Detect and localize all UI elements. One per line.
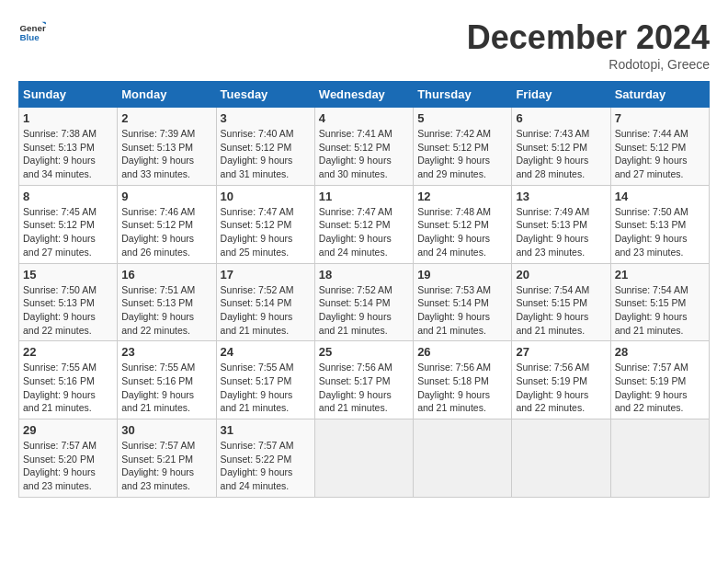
day-detail: Sunrise: 7:53 AMSunset: 5:14 PMDaylight:… bbox=[417, 284, 491, 336]
day-detail: Sunrise: 7:55 AMSunset: 5:16 PMDaylight:… bbox=[23, 362, 97, 413]
day-number: 20 bbox=[516, 268, 606, 282]
day-detail: Sunrise: 7:50 AMSunset: 5:13 PMDaylight:… bbox=[23, 284, 97, 336]
day-detail: Sunrise: 7:49 AMSunset: 5:13 PMDaylight:… bbox=[516, 206, 589, 258]
day-number: 8 bbox=[23, 190, 113, 203]
week-row-2: 8 Sunrise: 7:45 AMSunset: 5:12 PMDayligh… bbox=[19, 185, 710, 263]
day-number: 29 bbox=[23, 423, 113, 437]
calendar-cell: 13 Sunrise: 7:49 AMSunset: 5:13 PMDaylig… bbox=[512, 185, 610, 263]
day-detail: Sunrise: 7:44 AMSunset: 5:12 PMDaylight:… bbox=[615, 128, 688, 179]
calendar-cell: 22 Sunrise: 7:55 AMSunset: 5:16 PMDaylig… bbox=[19, 341, 118, 419]
calendar-cell: 7 Sunrise: 7:44 AMSunset: 5:12 PMDayligh… bbox=[610, 108, 709, 186]
day-number: 16 bbox=[121, 268, 211, 282]
day-detail: Sunrise: 7:55 AMSunset: 5:16 PMDaylight:… bbox=[121, 362, 195, 413]
day-detail: Sunrise: 7:50 AMSunset: 5:13 PMDaylight:… bbox=[615, 206, 688, 258]
day-detail: Sunrise: 7:39 AMSunset: 5:13 PMDaylight:… bbox=[121, 128, 195, 179]
day-detail: Sunrise: 7:52 AMSunset: 5:14 PMDaylight:… bbox=[221, 284, 294, 336]
calendar-cell: 23 Sunrise: 7:55 AMSunset: 5:16 PMDaylig… bbox=[118, 341, 216, 419]
page-title: December 2024 bbox=[467, 18, 710, 57]
calendar-cell: 19 Sunrise: 7:53 AMSunset: 5:14 PMDaylig… bbox=[414, 263, 512, 341]
calendar-cell: 8 Sunrise: 7:45 AMSunset: 5:12 PMDayligh… bbox=[19, 185, 118, 263]
day-detail: Sunrise: 7:57 AMSunset: 5:19 PMDaylight:… bbox=[615, 362, 688, 413]
column-header-friday: Friday bbox=[512, 82, 610, 108]
page-subtitle: Rodotopi, Greece bbox=[467, 57, 710, 72]
day-detail: Sunrise: 7:55 AMSunset: 5:17 PMDaylight:… bbox=[221, 362, 294, 413]
day-number: 23 bbox=[121, 345, 211, 359]
title-area: December 2024 Rodotopi, Greece bbox=[467, 18, 710, 72]
day-number: 14 bbox=[615, 190, 705, 203]
day-number: 6 bbox=[516, 111, 606, 125]
day-number: 4 bbox=[319, 111, 409, 125]
calendar-cell bbox=[414, 419, 512, 498]
day-detail: Sunrise: 7:56 AMSunset: 5:19 PMDaylight:… bbox=[516, 362, 589, 413]
day-number: 11 bbox=[319, 190, 409, 203]
day-number: 10 bbox=[221, 190, 311, 203]
calendar-cell bbox=[610, 419, 709, 498]
calendar-cell: 15 Sunrise: 7:50 AMSunset: 5:13 PMDaylig… bbox=[19, 263, 118, 341]
day-number: 1 bbox=[23, 111, 113, 125]
day-detail: Sunrise: 7:56 AMSunset: 5:17 PMDaylight:… bbox=[319, 362, 392, 413]
svg-text:General: General bbox=[20, 23, 47, 33]
calendar-cell: 4 Sunrise: 7:41 AMSunset: 5:12 PMDayligh… bbox=[314, 108, 413, 186]
day-detail: Sunrise: 7:43 AMSunset: 5:12 PMDaylight:… bbox=[516, 128, 589, 179]
calendar-cell: 2 Sunrise: 7:39 AMSunset: 5:13 PMDayligh… bbox=[118, 108, 216, 186]
header-row: SundayMondayTuesdayWednesdayThursdayFrid… bbox=[19, 82, 710, 108]
day-detail: Sunrise: 7:57 AMSunset: 5:20 PMDaylight:… bbox=[23, 440, 97, 491]
day-detail: Sunrise: 7:56 AMSunset: 5:18 PMDaylight:… bbox=[417, 362, 491, 413]
calendar-cell: 21 Sunrise: 7:54 AMSunset: 5:15 PMDaylig… bbox=[610, 263, 709, 341]
day-number: 2 bbox=[121, 111, 211, 125]
day-detail: Sunrise: 7:47 AMSunset: 5:12 PMDaylight:… bbox=[221, 206, 294, 258]
day-number: 18 bbox=[319, 268, 409, 282]
calendar-cell: 28 Sunrise: 7:57 AMSunset: 5:19 PMDaylig… bbox=[610, 341, 709, 419]
day-number: 19 bbox=[417, 268, 507, 282]
day-number: 25 bbox=[319, 345, 409, 359]
column-header-thursday: Thursday bbox=[414, 82, 512, 108]
calendar-cell: 24 Sunrise: 7:55 AMSunset: 5:17 PMDaylig… bbox=[216, 341, 314, 419]
calendar-cell: 3 Sunrise: 7:40 AMSunset: 5:12 PMDayligh… bbox=[216, 108, 314, 186]
calendar-cell: 11 Sunrise: 7:47 AMSunset: 5:12 PMDaylig… bbox=[314, 185, 413, 263]
column-header-tuesday: Tuesday bbox=[216, 82, 314, 108]
calendar-cell: 25 Sunrise: 7:56 AMSunset: 5:17 PMDaylig… bbox=[314, 341, 413, 419]
header: GeneralBlue December 2024 Rodotopi, Gree… bbox=[18, 18, 710, 72]
day-detail: Sunrise: 7:54 AMSunset: 5:15 PMDaylight:… bbox=[516, 284, 589, 336]
day-number: 30 bbox=[121, 423, 211, 437]
column-header-saturday: Saturday bbox=[610, 82, 709, 108]
day-number: 5 bbox=[417, 111, 507, 125]
calendar-table: SundayMondayTuesdayWednesdayThursdayFrid… bbox=[18, 81, 710, 498]
column-header-monday: Monday bbox=[118, 82, 216, 108]
day-number: 3 bbox=[221, 111, 311, 125]
day-number: 17 bbox=[221, 268, 311, 282]
logo-icon: GeneralBlue bbox=[18, 18, 46, 46]
calendar-cell: 1 Sunrise: 7:38 AMSunset: 5:13 PMDayligh… bbox=[19, 108, 118, 186]
calendar-cell: 10 Sunrise: 7:47 AMSunset: 5:12 PMDaylig… bbox=[216, 185, 314, 263]
calendar-cell: 9 Sunrise: 7:46 AMSunset: 5:12 PMDayligh… bbox=[118, 185, 216, 263]
logo: GeneralBlue bbox=[18, 18, 46, 46]
day-detail: Sunrise: 7:48 AMSunset: 5:12 PMDaylight:… bbox=[417, 206, 491, 258]
svg-text:Blue: Blue bbox=[20, 32, 40, 42]
day-detail: Sunrise: 7:40 AMSunset: 5:12 PMDaylight:… bbox=[221, 128, 294, 179]
calendar-cell: 6 Sunrise: 7:43 AMSunset: 5:12 PMDayligh… bbox=[512, 108, 610, 186]
week-row-1: 1 Sunrise: 7:38 AMSunset: 5:13 PMDayligh… bbox=[19, 108, 710, 186]
day-detail: Sunrise: 7:57 AMSunset: 5:21 PMDaylight:… bbox=[121, 440, 195, 491]
calendar-cell: 29 Sunrise: 7:57 AMSunset: 5:20 PMDaylig… bbox=[19, 419, 118, 498]
day-detail: Sunrise: 7:38 AMSunset: 5:13 PMDaylight:… bbox=[23, 128, 97, 179]
day-detail: Sunrise: 7:47 AMSunset: 5:12 PMDaylight:… bbox=[319, 206, 392, 258]
calendar-cell: 26 Sunrise: 7:56 AMSunset: 5:18 PMDaylig… bbox=[414, 341, 512, 419]
calendar-cell bbox=[314, 419, 413, 498]
calendar-cell: 31 Sunrise: 7:57 AMSunset: 5:22 PMDaylig… bbox=[216, 419, 314, 498]
day-detail: Sunrise: 7:54 AMSunset: 5:15 PMDaylight:… bbox=[615, 284, 688, 336]
day-detail: Sunrise: 7:41 AMSunset: 5:12 PMDaylight:… bbox=[319, 128, 392, 179]
day-number: 7 bbox=[615, 111, 705, 125]
day-detail: Sunrise: 7:42 AMSunset: 5:12 PMDaylight:… bbox=[417, 128, 491, 179]
day-detail: Sunrise: 7:52 AMSunset: 5:14 PMDaylight:… bbox=[319, 284, 392, 336]
day-number: 27 bbox=[516, 345, 606, 359]
calendar-cell: 20 Sunrise: 7:54 AMSunset: 5:15 PMDaylig… bbox=[512, 263, 610, 341]
calendar-cell: 30 Sunrise: 7:57 AMSunset: 5:21 PMDaylig… bbox=[118, 419, 216, 498]
day-detail: Sunrise: 7:45 AMSunset: 5:12 PMDaylight:… bbox=[23, 206, 97, 258]
week-row-5: 29 Sunrise: 7:57 AMSunset: 5:20 PMDaylig… bbox=[19, 419, 710, 498]
day-number: 12 bbox=[417, 190, 507, 203]
day-number: 24 bbox=[221, 345, 311, 359]
day-number: 21 bbox=[615, 268, 705, 282]
day-detail: Sunrise: 7:51 AMSunset: 5:13 PMDaylight:… bbox=[121, 284, 195, 336]
calendar-cell: 17 Sunrise: 7:52 AMSunset: 5:14 PMDaylig… bbox=[216, 263, 314, 341]
calendar-cell: 12 Sunrise: 7:48 AMSunset: 5:12 PMDaylig… bbox=[414, 185, 512, 263]
